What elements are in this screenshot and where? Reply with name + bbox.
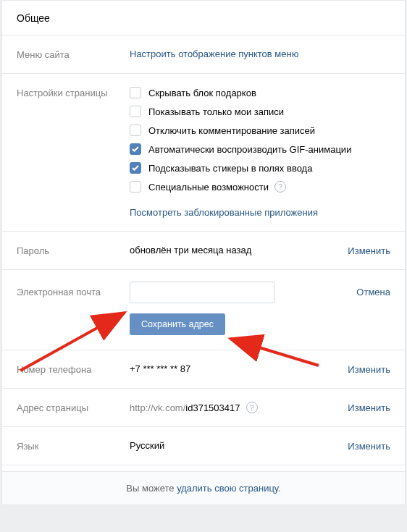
checkbox-label: Подсказывать стикеры в полях ввода: [148, 163, 312, 174]
checkbox-label: Показывать только мои записи: [148, 106, 284, 117]
url-prefix: http://vk.com/: [130, 402, 185, 413]
checkbox-only-my-posts[interactable]: Показывать только мои записи: [130, 106, 390, 117]
row-site-menu: Меню сайта Настроить отображение пунктов…: [2, 35, 405, 74]
checkbox-icon[interactable]: [130, 106, 141, 117]
label-page-url: Адрес страницы: [17, 402, 130, 413]
email-input[interactable]: [130, 282, 274, 303]
footer: Вы можете удалить свою страницу.: [2, 471, 405, 504]
link-change-url[interactable]: Изменить: [348, 402, 390, 413]
checkbox-label: Отключить комментирование записей: [148, 125, 315, 136]
checkbox-sticker-hints[interactable]: Подсказывать стикеры в полях ввода: [130, 162, 390, 174]
page-title: Общее: [2, 1, 405, 35]
row-page-url: Адрес страницы http://vk.com/id371503417…: [2, 389, 405, 427]
row-password: Пароль обновлён три месяца назад Изменит…: [2, 232, 405, 270]
save-email-button[interactable]: Сохранить адрес: [130, 313, 225, 335]
label-phone: Номер телефона: [17, 363, 130, 375]
checkbox-disable-comments[interactable]: Отключить комментирование записей: [130, 124, 390, 136]
help-icon[interactable]: ?: [246, 402, 258, 413]
row-page-settings: Настройки страницы Скрывать блок подарко…: [2, 74, 405, 232]
footer-suffix: .: [278, 483, 281, 494]
checkbox-label: Специальные возможности: [148, 182, 269, 193]
value-language: Русский: [130, 440, 348, 451]
link-change-language[interactable]: Изменить: [348, 441, 390, 452]
label-email: Электронная почта: [17, 282, 130, 297]
label-site-menu: Меню сайта: [17, 48, 130, 60]
link-blocked-apps[interactable]: Посмотреть заблокированные приложения: [130, 207, 318, 218]
checkbox-label: Скрывать блок подарков: [148, 88, 256, 98]
checkbox-label: Автоматически воспроизводить GIF-анимаци…: [148, 144, 351, 155]
value-phone: +7 *** *** ** 87: [130, 363, 348, 374]
link-configure-menu[interactable]: Настроить отображение пунктов меню: [130, 48, 390, 59]
settings-panel: Общее Меню сайта Настроить отображение п…: [1, 0, 406, 505]
footer-text: Вы можете: [126, 483, 177, 494]
link-delete-page[interactable]: удалить свою страницу: [177, 483, 278, 494]
label-page-settings: Настройки страницы: [17, 87, 130, 98]
checkbox-icon[interactable]: [130, 181, 141, 193]
checkbox-icon[interactable]: [130, 162, 141, 174]
link-change-phone[interactable]: Изменить: [348, 364, 390, 375]
checkbox-autoplay-gif[interactable]: Автоматически воспроизводить GIF-анимаци…: [130, 143, 390, 155]
checkbox-accessibility[interactable]: Специальные возможности ?: [130, 181, 390, 193]
checkbox-hide-gifts[interactable]: Скрывать блок подарков: [130, 87, 390, 98]
link-cancel-email[interactable]: Отмена: [356, 287, 390, 297]
checkbox-icon[interactable]: [130, 143, 141, 155]
row-email: Электронная почта Сохранить адрес Отмена: [2, 270, 405, 350]
value-password: обновлён три месяца назад: [130, 245, 348, 256]
checkbox-icon[interactable]: [130, 87, 141, 98]
label-language: Язык: [17, 440, 130, 452]
label-password: Пароль: [17, 245, 130, 256]
help-icon[interactable]: ?: [274, 181, 286, 193]
checkbox-icon[interactable]: [130, 124, 141, 136]
url-id: id371503417: [185, 402, 240, 413]
row-language: Язык Русский Изменить: [2, 427, 405, 465]
row-phone: Номер телефона +7 *** *** ** 87 Изменить: [2, 350, 405, 389]
link-change-password[interactable]: Изменить: [348, 245, 390, 256]
